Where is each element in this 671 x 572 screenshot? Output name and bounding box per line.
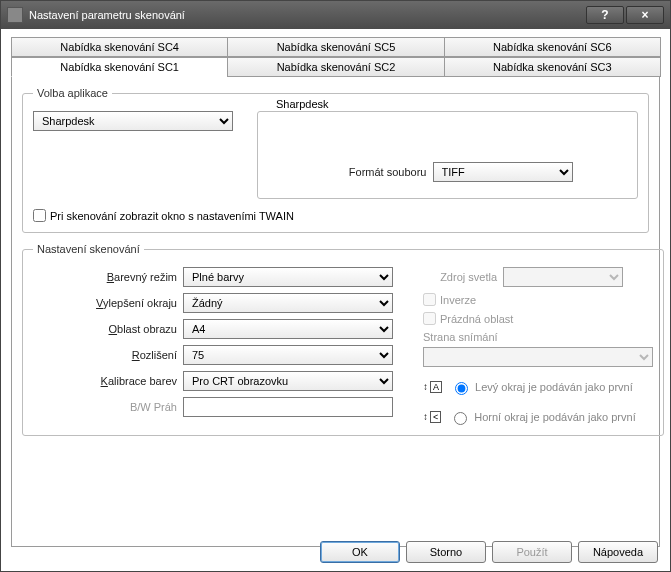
close-button[interactable]: × (626, 6, 664, 24)
blank-area-checkbox (423, 312, 436, 325)
top-edge-first-label: Horní okraj je podáván jako první (474, 411, 635, 423)
tab-sc2[interactable]: Nabídka skenování SC2 (227, 57, 444, 77)
file-format-select[interactable]: TIFF (433, 162, 573, 182)
invert-checkbox (423, 293, 436, 306)
orientation-top-icon: ↕< (423, 411, 441, 423)
light-source-label: Zdroj svetla (423, 271, 503, 283)
scan-settings-group: Nastavení skenování Barevný režim Plné b… (22, 243, 664, 436)
sub-panel-title: Sharpdesk (272, 98, 333, 110)
color-mode-select[interactable]: Plné barvy (183, 267, 393, 287)
blank-area-label: Prázdná oblast (440, 313, 513, 325)
help-button[interactable]: Nápoveda (578, 541, 658, 563)
application-select[interactable]: Sharpdesk (33, 111, 233, 131)
tab-sc3[interactable]: Nabídka skenování SC3 (444, 57, 661, 77)
scan-area-label: blast obrazu (117, 323, 177, 335)
left-edge-first-radio[interactable] (455, 382, 468, 395)
ok-button[interactable]: OK (320, 541, 400, 563)
dialog-window: Nastavení parametru skenování ? × Nabídk… (0, 0, 671, 572)
app-choice-group: Volba aplikace Sharpdesk Sharpdesk Formá… (22, 87, 649, 233)
color-mode-label: arevný režim (114, 271, 177, 283)
edge-enhance-label: ylepšení okraju (103, 297, 177, 309)
cancel-button[interactable]: Storno (406, 541, 486, 563)
bw-threshold-input (183, 397, 393, 417)
file-format-label: Formát souboru (323, 166, 433, 178)
app-choice-legend: Volba aplikace (33, 87, 112, 99)
scan-side-label: Strana snímání (423, 331, 498, 343)
color-cal-select[interactable]: Pro CRT obrazovku (183, 371, 393, 391)
tab-sc6[interactable]: Nabídka skenování SC6 (444, 37, 661, 57)
scan-side-select (423, 347, 653, 367)
edge-enhance-select[interactable]: Žádný (183, 293, 393, 313)
dialog-footer: OK Storno Použít Nápoveda (320, 541, 658, 563)
help-button-titlebar[interactable]: ? (586, 6, 624, 24)
apply-button: Použít (492, 541, 572, 563)
orientation-left-icon: ↕A (423, 381, 442, 393)
scan-settings-legend: Nastavení skenování (33, 243, 144, 255)
twain-window-checkbox[interactable] (33, 209, 46, 222)
titlebar: Nastavení parametru skenování ? × (1, 1, 670, 29)
tab-panel: Volba aplikace Sharpdesk Sharpdesk Formá… (11, 77, 660, 547)
light-source-select (503, 267, 623, 287)
window-title: Nastavení parametru skenování (29, 9, 586, 21)
top-edge-first-radio[interactable] (454, 412, 467, 425)
twain-window-label: Pri skenování zobrazit okno s nastavením… (50, 210, 294, 222)
tab-sc5[interactable]: Nabídka skenování SC5 (227, 37, 444, 57)
resolution-label: ozlišení (140, 349, 177, 361)
invert-label: Inverze (440, 294, 476, 306)
color-cal-label: alibrace barev (108, 375, 177, 387)
scan-area-select[interactable]: A4 (183, 319, 393, 339)
resolution-select[interactable]: 75 (183, 345, 393, 365)
tab-sc1[interactable]: Nabídka skenování SC1 (11, 57, 228, 77)
bw-threshold-label: B/W Práh (33, 401, 183, 413)
tab-strip: Nabídka skenování SC4 Nabídka skenování … (11, 37, 660, 77)
tab-sc4[interactable]: Nabídka skenování SC4 (11, 37, 228, 57)
left-edge-first-label: Levý okraj je podáván jako první (475, 381, 633, 393)
app-icon (7, 7, 23, 23)
